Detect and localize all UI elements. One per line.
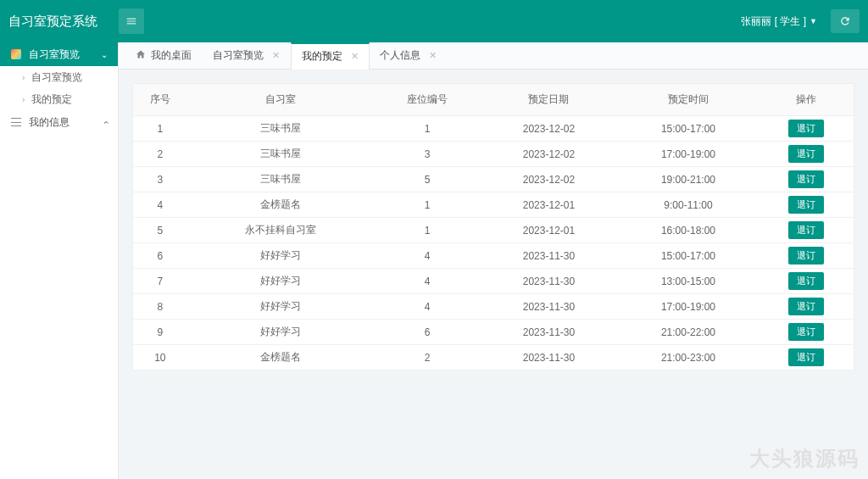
cell-room: 好好学习	[187, 294, 374, 320]
cell-date: 2023-11-30	[481, 320, 617, 345]
cell-seat: 1	[374, 192, 481, 218]
close-icon[interactable]: ✕	[272, 50, 280, 61]
cell-time: 15:00-17:00	[617, 116, 760, 142]
cell-index: 6	[133, 243, 187, 269]
cell-index: 1	[133, 116, 187, 142]
content-area: 序号 自习室 座位编号 预定日期 预定时间 操作 1三味书屋12023-12-0…	[119, 70, 868, 479]
menu-icon	[125, 15, 137, 27]
cell-index: 4	[133, 192, 187, 218]
cell-index: 3	[133, 167, 187, 192]
sidebar-item-mybooking[interactable]: › 我的预定	[0, 88, 118, 110]
chevron-left-icon: ‹	[102, 120, 111, 123]
table-row: 10金榜题名22023-11-3021:00-23:00退订	[133, 345, 854, 370]
app-icon	[10, 48, 22, 60]
cancel-booking-button[interactable]: 退订	[788, 272, 824, 290]
col-time: 预定时间	[617, 84, 760, 116]
cell-seat: 4	[374, 294, 481, 320]
cell-index: 2	[133, 142, 187, 167]
sidebar-group-label: 自习室预览	[29, 47, 80, 62]
cell-action: 退订	[760, 345, 854, 370]
sidebar-group-myinfo[interactable]: 我的信息 ‹	[0, 110, 118, 134]
tab-label: 自习室预览	[213, 48, 264, 63]
cell-action: 退订	[760, 294, 854, 320]
cell-room: 好好学习	[187, 320, 374, 345]
cell-date: 2023-12-02	[481, 116, 617, 142]
cell-seat: 4	[374, 269, 481, 294]
cell-time: 19:00-21:00	[617, 167, 760, 192]
cell-date: 2023-11-30	[481, 294, 617, 320]
cell-room: 好好学习	[187, 269, 374, 294]
cell-action: 退订	[760, 218, 854, 243]
table-row: 8好好学习42023-11-3017:00-19:00退订	[133, 294, 854, 320]
cell-seat: 1	[374, 218, 481, 243]
cell-room: 好好学习	[187, 243, 374, 269]
booking-table: 序号 自习室 座位编号 预定日期 预定时间 操作 1三味书屋12023-12-0…	[132, 83, 854, 370]
cell-date: 2023-12-02	[481, 142, 617, 167]
cancel-booking-button[interactable]: 退订	[788, 348, 824, 366]
cell-seat: 5	[374, 167, 481, 192]
cell-time: 9:00-11:00	[617, 192, 760, 218]
cancel-booking-button[interactable]: 退订	[788, 196, 824, 214]
cell-action: 退订	[760, 167, 854, 192]
cell-seat: 4	[374, 243, 481, 269]
table-row: 9好好学习62023-11-3021:00-22:00退订	[133, 320, 854, 345]
cell-date: 2023-11-30	[481, 345, 617, 370]
cell-time: 13:00-15:00	[617, 269, 760, 294]
cell-index: 9	[133, 320, 187, 345]
cell-index: 8	[133, 294, 187, 320]
table-row: 5永不挂科自习室12023-12-0116:00-18:00退订	[133, 218, 854, 243]
cell-room: 永不挂科自习室	[187, 218, 374, 243]
cell-time: 15:00-17:00	[617, 243, 760, 269]
sidebar-item-preview[interactable]: › 自习室预览	[0, 66, 118, 88]
header: 自习室预定系统 张丽丽 [ 学生 ] ▼	[0, 0, 868, 42]
list-icon	[10, 116, 22, 128]
cancel-booking-button[interactable]: 退订	[788, 298, 824, 315]
cell-room: 三味书屋	[187, 167, 374, 192]
cell-date: 2023-12-01	[481, 192, 617, 218]
tab-profile[interactable]: 个人信息 ✕	[370, 42, 448, 70]
sidebar: 自习室预览 ⌄ › 自习室预览 › 我的预定 我的信息 ‹	[0, 42, 119, 479]
refresh-button[interactable]	[831, 9, 860, 33]
angle-right-icon: ›	[22, 95, 25, 104]
col-room: 自习室	[187, 84, 374, 116]
cancel-booking-button[interactable]: 退订	[788, 247, 824, 265]
tab-mybooking[interactable]: 我的预定 ✕	[291, 42, 370, 70]
cancel-booking-button[interactable]: 退订	[788, 145, 824, 163]
table-row: 4金榜题名12023-12-019:00-11:00退订	[133, 192, 854, 218]
table-row: 1三味书屋12023-12-0215:00-17:00退订	[133, 116, 854, 142]
tab-label: 我的桌面	[151, 48, 192, 63]
cell-date: 2023-11-30	[481, 269, 617, 294]
cancel-booking-button[interactable]: 退订	[788, 323, 824, 341]
cell-seat: 1	[374, 116, 481, 142]
cell-index: 10	[133, 345, 187, 370]
caret-down-icon: ▼	[810, 17, 817, 25]
sidebar-toggle-button[interactable]	[119, 8, 144, 34]
close-icon[interactable]: ✕	[429, 50, 437, 61]
sidebar-item-label: 我的预定	[31, 92, 72, 107]
cell-index: 5	[133, 218, 187, 243]
col-action: 操作	[760, 84, 854, 116]
cell-time: 21:00-22:00	[617, 320, 760, 345]
cell-room: 金榜题名	[187, 345, 374, 370]
cell-index: 7	[133, 269, 187, 294]
cell-room: 金榜题名	[187, 192, 374, 218]
close-icon[interactable]: ✕	[351, 51, 359, 62]
table-row: 6好好学习42023-11-3015:00-17:00退订	[133, 243, 854, 269]
cancel-booking-button[interactable]: 退订	[788, 120, 824, 137]
app-title: 自习室预定系统	[8, 14, 117, 30]
tab-home[interactable]: 我的桌面	[125, 42, 203, 70]
cell-seat: 2	[374, 345, 481, 370]
tab-label: 我的预定	[302, 49, 342, 64]
cell-action: 退订	[760, 192, 854, 218]
col-seat: 座位编号	[374, 84, 481, 116]
tab-preview[interactable]: 自习室预览 ✕	[203, 42, 291, 70]
cell-action: 退订	[760, 320, 854, 345]
cancel-booking-button[interactable]: 退订	[788, 170, 824, 188]
table-row: 7好好学习42023-11-3013:00-15:00退订	[133, 269, 854, 294]
cell-time: 17:00-19:00	[617, 142, 760, 167]
user-menu[interactable]: 张丽丽 [ 学生 ] ▼	[732, 11, 826, 32]
sidebar-group-studyroom[interactable]: 自习室预览 ⌄	[0, 42, 118, 66]
chevron-down-icon: ⌄	[101, 50, 108, 59]
cancel-booking-button[interactable]: 退订	[788, 221, 824, 239]
refresh-icon	[839, 15, 851, 27]
